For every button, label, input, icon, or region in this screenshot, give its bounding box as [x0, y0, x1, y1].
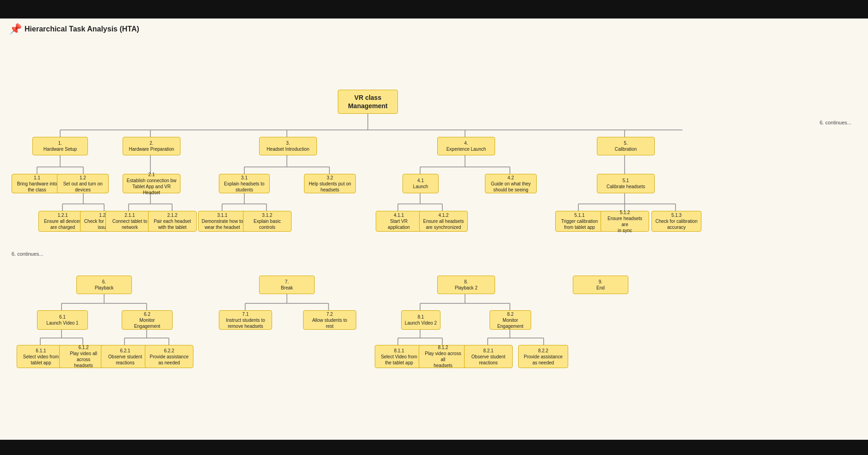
- node-1-2: 1.2 Set out and turn on devices: [57, 174, 109, 193]
- node-3-1-2: 3.1.2 Explain basic controls: [243, 211, 291, 232]
- node-5-1-3: 5.1.3 Check for calibration accuracy: [651, 211, 701, 232]
- node-8-2-1: 8.2.1 Observe student reactions: [464, 345, 513, 368]
- node-4: 4. Experience Launch: [437, 137, 495, 155]
- node-4-1-1: 4.1.1 Start VR application: [376, 211, 422, 232]
- node-6-2-1: 6.2.1 Observe student reactions: [101, 345, 149, 368]
- page-title: Hierarchical Task Analysis (HTA): [25, 25, 139, 33]
- node-6-2: 6.2 Monitor Engagement: [122, 310, 173, 330]
- node-6-1-1: 6.1.1 Select video from tablet app: [17, 345, 65, 368]
- node-4-1-2: 4.1.2 Ensure all headsets are synchroniz…: [419, 211, 468, 232]
- node-6-1: 6.1 Launch Video 1: [37, 310, 88, 330]
- node-2-1-2: 2.1.2 Pair each headset with the tablet: [148, 211, 197, 232]
- top-bar: [0, 0, 868, 18]
- node-3-1-1: 3.1.1 Demonstrate how to wear the headse…: [198, 211, 247, 232]
- root-node: VR class Management: [338, 90, 398, 114]
- node-9: 9. End: [573, 276, 628, 294]
- main-content: 📌 Hierarchical Task Analysis (HTA): [0, 18, 868, 440]
- node-7-2: 7.2 Allow students to rest: [303, 310, 356, 330]
- bottom-bar: [0, 440, 868, 455]
- node-8-2-2: 8.2.2 Provide assistance as needed: [518, 345, 568, 368]
- node-3-1: 3.1 Explain headsets to students: [219, 174, 270, 193]
- node-7-1: 7.1 Instruct students to remove headsets: [219, 310, 272, 330]
- title-icon: 📌: [9, 23, 22, 35]
- node-4-2: 4.2 Guide on what they should be seeing: [485, 174, 537, 193]
- node-6-2-2: 6.2.2 Provide assistance as needed: [145, 345, 193, 368]
- node-5: 5. Calibration: [597, 137, 655, 155]
- node-3: 3. Headset Introduction: [259, 137, 317, 155]
- node-5-1-2: 5.1.2 Ensure headsets are in sync: [601, 211, 649, 232]
- node-8-2: 8.2 Monitor Engagement: [490, 310, 531, 330]
- node-8-1-1: 8.1.1 Select Video from the tablet app: [375, 345, 423, 368]
- node-5-1-1: 5.1.1 Trigger calibration from tablet ap…: [555, 211, 604, 232]
- node-8-1-2: 8.1.2 Play video across all headsets: [419, 345, 467, 368]
- node-6: 6. Playback: [76, 276, 132, 294]
- continues-top-label: 6. continues...: [820, 120, 852, 125]
- node-4-1: 4.1 Launch: [403, 174, 439, 193]
- continues-bottom-label: 6. continues...: [12, 251, 43, 257]
- node-2-1: 2.1 Establish connection bw Tablet App a…: [123, 174, 180, 193]
- node-2: 2. Hardware Preparation: [123, 137, 180, 155]
- node-1-1: 1.1 Bring hardware into the class: [12, 174, 62, 193]
- node-8-1: 8.1 Launch Video 2: [401, 310, 440, 330]
- node-1: 1. Hardware Setup: [32, 137, 88, 155]
- node-7: 7. Break: [259, 276, 315, 294]
- title-area: 📌 Hierarchical Task Analysis (HTA): [9, 23, 859, 35]
- node-3-2: 3.2 Help students put on headsets: [304, 174, 356, 193]
- node-8: 8. Playback 2: [437, 276, 495, 294]
- node-2-1-1: 2.1.1 Connect tablet to network: [105, 211, 154, 232]
- diagram-wrapper: VR class Management 6. continues... 1. H…: [9, 37, 856, 430]
- connectors-svg: [9, 37, 856, 430]
- node-5-1: 5.1 Calibrate headsets: [597, 174, 655, 193]
